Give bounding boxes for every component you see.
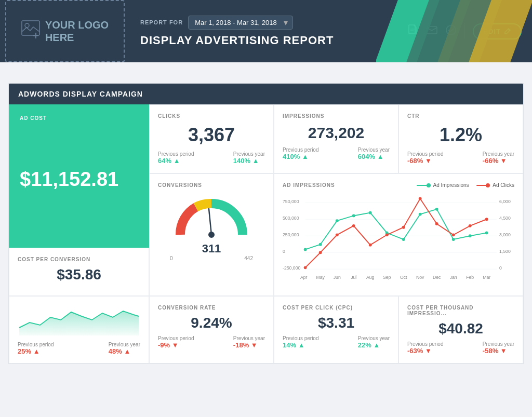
clicks-prev-year-value: 140% ▲ — [233, 157, 265, 165]
chart-legend: Ad Impressions Ad Clicks — [417, 182, 514, 188]
header: YOUR LOGO HERE REPORT FOR Mar 1, 2018 - … — [0, 0, 532, 62]
svg-point-46 — [419, 197, 422, 200]
ad-impressions-chart: 750,000 500,000 250,000 0 -250,000 6,000… — [283, 194, 514, 285]
gauge-min: 0 — [170, 255, 173, 261]
clicks-prev-period-value: 64% ▲ — [158, 157, 194, 165]
svg-point-35 — [435, 208, 438, 211]
ctr-cell: CTR 1.2% Previous period -68% ▼ Previous… — [398, 104, 523, 173]
gauge-container: 311 0 442 — [158, 193, 265, 261]
svg-point-39 — [304, 266, 307, 269]
cpm-prev-year-label: Previous year — [483, 341, 514, 347]
svg-point-45 — [402, 226, 405, 229]
conversions-cell: CONVERSIONS — [149, 173, 274, 296]
svg-text:0: 0 — [283, 249, 285, 254]
logo-icon — [21, 20, 40, 43]
conv-rate-prev-year-label: Previous year — [233, 335, 265, 341]
sparkline-cell: Previous period 25% ▲ Previous year 48% … — [9, 296, 149, 364]
svg-text:250,000: 250,000 — [283, 232, 299, 237]
svg-point-43 — [369, 244, 372, 247]
svg-point-31 — [369, 211, 372, 214]
logo-text-line2: HERE — [45, 31, 109, 44]
sparkline-prev-year-label: Previous year — [109, 342, 140, 347]
cost-per-click-cell: COST PER CLICK (CPC) $3.31 Previous peri… — [274, 296, 398, 364]
svg-text:Sep: Sep — [383, 275, 391, 280]
sparkline-prev-period-value: 25% ▲ — [18, 347, 54, 355]
legend-impressions: Ad Impressions — [417, 182, 469, 188]
svg-text:500,000: 500,000 — [283, 216, 299, 221]
cost-per-click-value: $3.31 — [283, 315, 390, 331]
clicks-cell: CLICKS 3,367 Previous period 64% ▲ Previ… — [149, 104, 274, 173]
svg-text:Jul: Jul — [351, 275, 356, 280]
conversions-label: CONVERSIONS — [158, 182, 265, 188]
section-header: ADWORDS DISPLAY CAMPAIGN — [9, 84, 523, 104]
svg-text:3,000: 3,000 — [499, 232, 511, 237]
svg-rect-0 — [22, 21, 39, 35]
cpm-prev-period-value: -63% ▼ — [407, 347, 443, 355]
gauge-value: 311 — [202, 242, 221, 255]
svg-point-49 — [469, 224, 472, 227]
section-wrapper: ADWORDS DISPLAY CAMPAIGN AD COST $11,152… — [8, 83, 524, 364]
impressions-label: IMPRESSIONS — [283, 113, 390, 119]
clicks-prev-period-label: Previous period — [158, 151, 194, 157]
sparkline-prev-period-label: Previous period — [18, 342, 54, 347]
svg-text:Apr: Apr — [300, 275, 308, 280]
report-title: DISPLAY ADVERTISING REPORT — [140, 34, 387, 47]
conv-rate-prev-period-label: Previous period — [158, 335, 194, 341]
svg-point-47 — [435, 222, 438, 225]
svg-point-48 — [452, 233, 455, 236]
impressions-prev-period-label: Previous period — [283, 147, 318, 153]
gauge-range: 0 442 — [170, 255, 253, 261]
ad-impressions-label: AD IMPRESSIONS — [283, 182, 335, 188]
svg-text:0: 0 — [499, 265, 502, 271]
date-range-select[interactable]: Mar 1, 2018 - Mar 31, 2018 — [188, 16, 293, 30]
svg-point-44 — [385, 233, 389, 236]
ctr-prev-year-label: Previous year — [483, 151, 514, 157]
ad-cost-value: $11,152.81 — [20, 169, 118, 189]
svg-point-34 — [419, 213, 422, 216]
svg-text:6,000: 6,000 — [499, 199, 511, 204]
report-for-label: REPORT FOR — [140, 19, 183, 25]
cpm-prev-period-label: Previous period — [407, 341, 443, 347]
svg-text:Jan: Jan — [450, 275, 457, 280]
svg-point-42 — [352, 224, 355, 227]
legend-clicks: Ad Clicks — [476, 182, 514, 188]
impressions-prev-year-value: 604% ▲ — [358, 153, 390, 160]
conversion-rate-cell: CONVERSION RATE 9.24% Previous period -9… — [149, 296, 274, 364]
svg-point-28 — [319, 243, 322, 246]
logo-area: YOUR LOGO HERE — [5, 0, 125, 62]
cpc-prev-period-label: Previous period — [283, 335, 318, 341]
conversion-rate-label: CONVERSION RATE — [158, 305, 265, 311]
svg-point-1 — [25, 23, 29, 28]
svg-text:Mar: Mar — [483, 275, 490, 280]
sparkline-prev-year-value: 48% ▲ — [109, 347, 140, 355]
ctr-label: CTR — [407, 113, 514, 119]
sparkline-prev-row: Previous period 25% ▲ Previous year 48% … — [18, 342, 140, 355]
svg-point-29 — [336, 219, 339, 222]
svg-text:Oct: Oct — [400, 275, 407, 280]
conv-rate-prev-year-value: -18% ▼ — [233, 341, 265, 349]
svg-point-41 — [336, 233, 339, 236]
impressions-prev-period-value: 410% ▲ — [283, 153, 318, 160]
ctr-prev-period-value: -68% ▼ — [407, 157, 443, 165]
gauge-svg — [170, 193, 253, 240]
cpc-prev-year-value: 22% ▲ — [358, 341, 390, 349]
impressions-cell: IMPRESSIONS 273,202 Previous period 410%… — [274, 104, 398, 173]
svg-text:750,000: 750,000 — [283, 199, 299, 204]
svg-point-36 — [452, 238, 455, 241]
svg-point-11 — [208, 232, 215, 238]
svg-text:1,500: 1,500 — [499, 249, 511, 254]
cpm-cell: COST PER THOUSAND IMPRESSIO... $40.82 Pr… — [398, 296, 523, 364]
cost-per-conversion-cell: COST PER CONVERSION $35.86 — [9, 248, 149, 296]
impressions-value: 273,202 — [283, 124, 390, 142]
date-select-wrapper[interactable]: Mar 1, 2018 - Mar 31, 2018 — [188, 16, 293, 30]
header-middle: REPORT FOR Mar 1, 2018 - Mar 31, 2018 DI… — [130, 16, 397, 47]
svg-text:4,500: 4,500 — [499, 216, 511, 221]
sparkline-svg — [18, 302, 140, 335]
ctr-prev-year-value: -66% ▼ — [483, 157, 514, 165]
cpm-prev-year-value: -58% ▼ — [483, 347, 514, 355]
cpm-value: $40.82 — [407, 320, 514, 337]
cost-per-click-label: COST PER CLICK (CPC) — [283, 305, 390, 311]
svg-text:Nov: Nov — [416, 275, 424, 280]
svg-text:Feb: Feb — [466, 275, 474, 280]
svg-text:May: May — [316, 275, 325, 280]
